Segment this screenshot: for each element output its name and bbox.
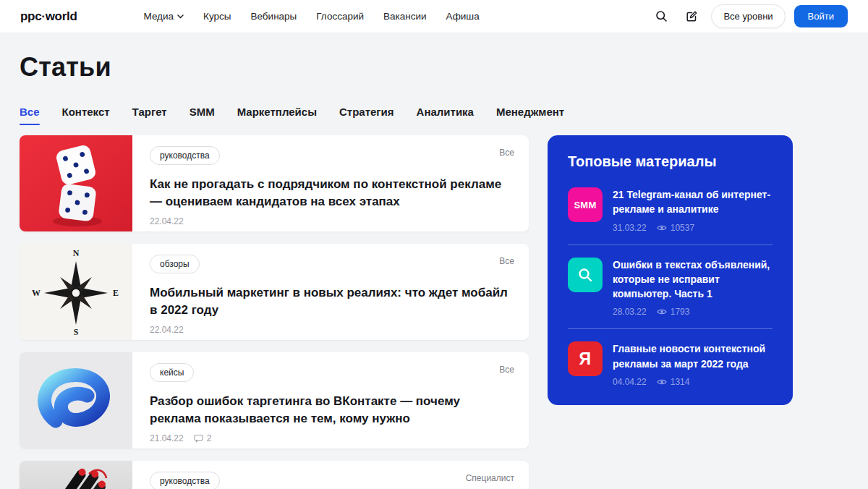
article-meta: 21.04.22 2 [150, 433, 514, 443]
main-nav: Медиа Курсы Вебинары Глоссарий Вакансии … [144, 11, 480, 22]
compose-icon [686, 10, 698, 22]
article-meta: 22.04.22 [150, 216, 514, 226]
eye-icon [657, 224, 667, 231]
top-material-title[interactable]: Главные новости контекстной рекламы за м… [613, 341, 773, 371]
article-thumbnail [20, 461, 132, 489]
dice-image [20, 135, 132, 231]
category-tabs: Все Контекст Таргет SMM Маркетплейсы Стр… [20, 106, 848, 125]
nav-item-webinars[interactable]: Вебинары [251, 11, 297, 22]
magnifier-badge-icon [568, 258, 603, 292]
article-level: Специалист [466, 473, 514, 483]
nav-item-afisha[interactable]: Афиша [446, 11, 480, 22]
search-icon [655, 10, 668, 22]
tab-all[interactable]: Все [20, 106, 40, 125]
views-count: 10537 [671, 223, 694, 233]
article-card-body: обзоры Все Мобильный маркетинг в новых р… [132, 244, 529, 340]
yandex-badge-icon: Я [568, 341, 603, 376]
article-card[interactable]: кейсы Все Разбор ошибок таргетинга во ВК… [20, 352, 529, 448]
page: Статьи Все Контекст Таргет SMM Маркетпле… [0, 52, 868, 489]
article-comments: 2 [194, 433, 212, 443]
views-count: 1314 [671, 377, 690, 387]
tab-marketplaces[interactable]: Маркетплейсы [237, 106, 317, 125]
eye-icon [657, 378, 667, 386]
eye-icon [657, 308, 667, 315]
login-button[interactable]: Войти [794, 5, 848, 27]
top-material-meta: 28.03.22 1793 [613, 307, 773, 317]
article-card-body: руководства Специалист [132, 461, 529, 489]
nav-item-media[interactable]: Медиа [144, 11, 184, 22]
tab-analytics[interactable]: Аналитика [417, 106, 474, 125]
compose-button[interactable] [681, 6, 702, 27]
nav-item-vacancies[interactable]: Вакансии [383, 11, 427, 22]
top-material-views: 1793 [657, 307, 690, 317]
top-materials-panel: Топовые материалы SMM 21 Telegram-канал … [548, 135, 793, 405]
comment-icon [194, 434, 203, 443]
article-comments-count: 2 [207, 433, 212, 443]
top-material-date: 31.03.22 [613, 223, 647, 233]
article-title[interactable]: Как не прогадать с подрядчиком по контек… [150, 176, 514, 211]
top-material-meta: 31.03.22 10537 [613, 223, 773, 233]
top-material-item[interactable]: SMM 21 Telegram-канал об интернет-реклам… [568, 175, 773, 244]
article-card[interactable]: руководства Специалист [20, 461, 529, 489]
article-card[interactable]: NESW обзоры Все Мобильный маркетинг в но… [20, 244, 529, 340]
top-material-item[interactable]: Ошибки в текстах объявлений, которые не … [568, 244, 773, 329]
article-tag[interactable]: обзоры [150, 255, 200, 273]
top-materials-title: Топовые материалы [568, 153, 773, 170]
article-card-body: руководства Все Как не прогадать с подря… [132, 135, 529, 231]
ribbon-image [20, 352, 132, 448]
tab-strategy[interactable]: Стратегия [339, 106, 394, 125]
magnifier-icon [577, 267, 593, 283]
nav-item-courses[interactable]: Курсы [203, 11, 231, 22]
levels-filter-button[interactable]: Все уровни [711, 4, 785, 28]
top-material-date: 28.03.22 [613, 307, 647, 317]
article-tag[interactable]: руководства [150, 472, 220, 489]
dynamite-image [20, 461, 132, 489]
svg-text:E: E [113, 288, 119, 298]
views-count: 1793 [671, 307, 690, 317]
tab-context[interactable]: Контекст [62, 106, 110, 125]
svg-text:W: W [32, 288, 41, 298]
article-date: 21.04.22 [150, 433, 184, 443]
article-level: Все [499, 365, 514, 375]
compass-image: NESW [20, 244, 132, 340]
tab-smm[interactable]: SMM [190, 106, 215, 125]
top-material-item[interactable]: Я Главные новости контекстной рекламы за… [568, 328, 773, 399]
article-thumbnail [20, 352, 132, 448]
article-thumbnail: NESW [20, 244, 132, 340]
article-level: Все [499, 256, 514, 266]
article-thumbnail [20, 135, 132, 231]
nav-item-glossary[interactable]: Глоссарий [316, 11, 364, 22]
svg-text:S: S [74, 327, 79, 337]
header-actions: Все уровни Войти [650, 4, 848, 28]
top-material-date: 04.04.22 [613, 377, 647, 387]
tab-target[interactable]: Таргет [132, 106, 167, 125]
page-title: Статьи [20, 52, 848, 82]
article-level: Все [499, 148, 514, 158]
article-date: 22.04.22 [150, 325, 184, 335]
logo[interactable]: ppc·world [20, 9, 77, 24]
article-card-body: кейсы Все Разбор ошибок таргетинга во ВК… [132, 352, 529, 448]
search-button[interactable] [650, 6, 672, 27]
article-tag[interactable]: руководства [150, 146, 220, 165]
top-material-meta: 04.04.22 1314 [613, 377, 773, 387]
header: ppc·world Медиа Курсы Вебинары Глоссарий… [0, 0, 868, 33]
article-card[interactable]: руководства Все Как не прогадать с подря… [20, 135, 529, 231]
article-title[interactable]: Мобильный маркетинг в новых реалиях: что… [150, 284, 514, 319]
article-title[interactable]: Разбор ошибок таргетинга во ВКонтакте — … [150, 393, 514, 428]
top-material-title[interactable]: 21 Telegram-канал об интернет-рекламе и … [613, 187, 773, 217]
smm-badge-icon: SMM [568, 187, 603, 222]
tab-management[interactable]: Менеджмент [496, 106, 564, 125]
article-meta: 22.04.22 [150, 325, 514, 335]
svg-text:N: N [73, 248, 80, 258]
top-material-title[interactable]: Ошибки в текстах объявлений, которые не … [613, 258, 773, 302]
article-list: руководства Все Как не прогадать с подря… [20, 135, 529, 489]
chevron-down-icon [177, 14, 184, 19]
content: руководства Все Как не прогадать с подря… [20, 135, 848, 489]
top-material-views: 1314 [657, 377, 690, 387]
top-material-views: 10537 [657, 223, 694, 233]
article-date: 22.04.22 [150, 216, 184, 226]
article-tag[interactable]: кейсы [150, 363, 194, 382]
